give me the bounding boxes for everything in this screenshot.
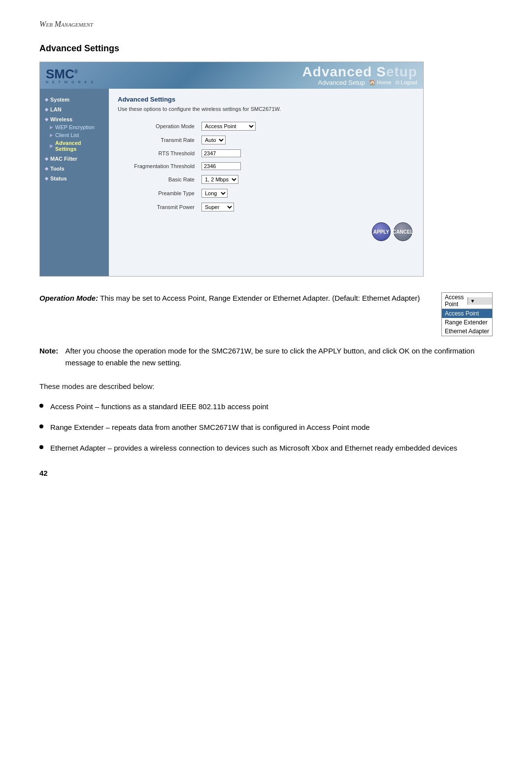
- list-item: Range Extender – repeats data from anoth…: [39, 422, 493, 433]
- label-basic-rate: Basic Rate: [119, 173, 198, 186]
- list-item-text: Ethernet Adapter – provides a wireless c…: [50, 442, 457, 454]
- input-fragmentation[interactable]: [199, 160, 413, 172]
- list-item-text: Range Extender – repeats data from anoth…: [50, 422, 370, 433]
- panel-title-sub: Advanced Setup 🏠 Home ⊙ Logout: [318, 79, 417, 86]
- form-row-fragmentation: Fragmentation Threshold: [119, 160, 413, 172]
- select-transmit-rate[interactable]: Auto: [201, 136, 226, 144]
- operation-mode-text: Operation Mode: This may be set to Acces…: [39, 292, 427, 304]
- form-row-rts: RTS Threshold: [119, 147, 413, 159]
- settings-form: Operation Mode Access Point Range Extend…: [118, 119, 414, 214]
- panel-logo: SMC® N e t w o r k s: [46, 68, 95, 84]
- list-item-text: Access Point – functions as a standard I…: [50, 401, 268, 413]
- dropdown-option-ethernet-adapter[interactable]: Ethernet Adapter: [442, 327, 492, 336]
- logout-link[interactable]: ⊙ Logout: [395, 79, 417, 86]
- form-row-preamble: Preamble Type Long Short: [119, 187, 413, 200]
- bullet-dot: [39, 445, 43, 449]
- brand-networks: N e t w o r k s: [46, 80, 95, 84]
- home-link[interactable]: 🏠 Home: [369, 79, 391, 86]
- label-fragmentation: Fragmentation Threshold: [119, 160, 198, 172]
- bullet-dot: [39, 404, 43, 408]
- label-operation-mode: Operation Mode: [119, 120, 198, 133]
- label-rts: RTS Threshold: [119, 147, 198, 159]
- bullet-icon: ◆: [45, 97, 48, 102]
- input-basic-rate[interactable]: 1, 2 Mbps: [199, 173, 413, 186]
- section-title: Advanced Settings: [39, 43, 493, 54]
- page-number: 42: [39, 469, 493, 477]
- sidebar-item-tools[interactable]: ◆ Tools: [40, 165, 109, 173]
- list-item: Access Point – functions as a standard I…: [39, 401, 493, 413]
- panel-title-big: Advanced Setup: [302, 65, 417, 79]
- header-text: Web Management: [39, 20, 93, 28]
- panel-content: Advanced Settings Use these options to c…: [109, 89, 423, 276]
- operation-mode-label: Operation Mode:: [39, 294, 98, 302]
- sidebar-item-wep[interactable]: ▶ WEP Encryption: [40, 123, 109, 131]
- operation-mode-area: Operation Mode: This may be set to Acces…: [39, 292, 493, 336]
- input-transmit-power[interactable]: Super High Medium Low: [199, 201, 413, 213]
- sidebar-item-macfilter[interactable]: ◆ MAC Filter: [40, 155, 109, 163]
- content-desc: Use these options to configure the wirel…: [118, 106, 414, 112]
- form-row-basic-rate: Basic Rate 1, 2 Mbps: [119, 173, 413, 186]
- button-row: APPLY CANCEL: [118, 222, 414, 241]
- sidebar-item-wireless[interactable]: ◆ Wireless: [40, 115, 109, 123]
- note-text: After you choose the operation mode for …: [66, 345, 493, 369]
- bullet-icon: ◆: [45, 156, 48, 161]
- arrow-icon: ▶: [50, 133, 53, 138]
- form-row-transmit-rate: Transmit Rate Auto: [119, 134, 413, 146]
- input-transmit-rate[interactable]: Auto: [199, 134, 413, 146]
- home-icon: 🏠: [369, 79, 376, 86]
- note-label: Note:: [39, 345, 61, 369]
- panel-body: ◆ System ◆ LAN ◆ Wireless ▶ WEP Encrypti…: [40, 89, 423, 276]
- brand-name: SMC®: [46, 68, 78, 80]
- label-transmit-power: Transmit Power: [119, 201, 198, 213]
- select-basic-rate[interactable]: 1, 2 Mbps: [201, 175, 238, 184]
- sidebar-item-system[interactable]: ◆ System: [40, 96, 109, 104]
- bullet-icon: ◆: [45, 176, 48, 181]
- label-transmit-rate: Transmit Rate: [119, 134, 198, 146]
- operation-mode-dropdown[interactable]: Access Point ▼ Access Point Range Extend…: [441, 292, 493, 336]
- arrow-icon: ▶: [50, 125, 53, 130]
- sidebar-item-clientlist[interactable]: ▶ Client List: [40, 131, 109, 139]
- form-row-transmit-power: Transmit Power Super High Medium Low: [119, 201, 413, 213]
- list-item: Ethernet Adapter – provides a wireless c…: [39, 442, 493, 454]
- dropdown-option-access-point[interactable]: Access Point: [442, 309, 492, 318]
- input-preamble[interactable]: Long Short: [199, 187, 413, 200]
- select-transmit-power[interactable]: Super High Medium Low: [201, 203, 234, 211]
- input-rts[interactable]: [199, 147, 413, 159]
- dropdown-selected-value: Access Point: [442, 293, 468, 309]
- sidebar-item-status[interactable]: ◆ Status: [40, 175, 109, 182]
- sidebar-item-advanced[interactable]: ▶ Advanced Settings: [40, 139, 109, 153]
- logout-icon: ⊙: [395, 79, 399, 86]
- dropdown-header: Access Point ▼: [442, 293, 492, 309]
- field-rts[interactable]: [201, 149, 241, 157]
- bullet-icon: ◆: [45, 117, 48, 122]
- note-section: Note: After you choose the operation mod…: [39, 345, 493, 369]
- bullet-icon: ◆: [45, 166, 48, 171]
- dropdown-option-range-extender[interactable]: Range Extender: [442, 318, 492, 327]
- panel-sidebar: ◆ System ◆ LAN ◆ Wireless ▶ WEP Encrypti…: [40, 89, 109, 276]
- panel-title-area: Advanced Setup Advanced Setup 🏠 Home ⊙ L…: [302, 65, 417, 86]
- apply-button[interactable]: APPLY: [372, 222, 391, 241]
- bullet-dot: [39, 424, 43, 428]
- bullet-list: Access Point – functions as a standard I…: [39, 401, 493, 454]
- sidebar-item-lan[interactable]: ◆ LAN: [40, 106, 109, 113]
- select-operation-mode[interactable]: Access Point Range Extender Ethernet Ada…: [201, 122, 256, 131]
- dropdown-arrow-icon[interactable]: ▼: [467, 297, 492, 305]
- input-operation-mode[interactable]: Access Point Range Extender Ethernet Ada…: [199, 120, 413, 133]
- page-header: Web Management: [39, 20, 493, 29]
- arrow-icon: ▶: [50, 143, 53, 148]
- bullet-icon: ◆: [45, 107, 48, 112]
- label-preamble: Preamble Type: [119, 187, 198, 200]
- panel-topbar: SMC® N e t w o r k s Advanced Setup Adva…: [40, 62, 423, 89]
- content-title: Advanced Settings: [118, 96, 414, 103]
- modes-intro: These modes are described below:: [39, 381, 493, 392]
- form-row-operation-mode: Operation Mode Access Point Range Extend…: [119, 120, 413, 133]
- select-preamble[interactable]: Long Short: [201, 189, 228, 198]
- ui-panel: SMC® N e t w o r k s Advanced Setup Adva…: [39, 62, 424, 277]
- cancel-button[interactable]: CANCEL: [394, 222, 412, 241]
- field-fragmentation[interactable]: [201, 162, 241, 170]
